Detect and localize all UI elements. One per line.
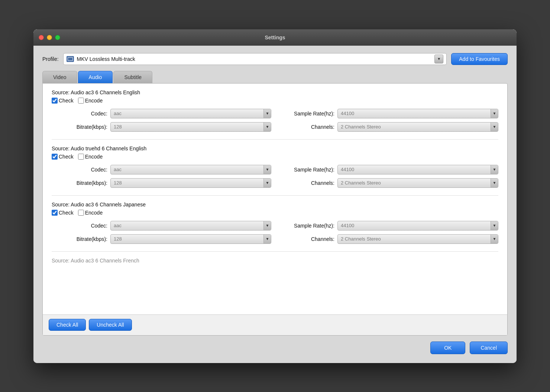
codec-field-2: Codec: aac ▼ bbox=[59, 165, 271, 174]
ok-button[interactable]: OK bbox=[430, 342, 465, 354]
minimize-button[interactable] bbox=[47, 35, 52, 40]
chevron-down-icon: ▼ bbox=[266, 125, 269, 129]
encode-label-1[interactable]: Encode bbox=[78, 98, 103, 104]
maximize-button[interactable] bbox=[55, 35, 60, 40]
channels-select-3[interactable]: 2 Channels Stereo ▼ bbox=[337, 234, 498, 244]
sample-rate-value-1: 44100 bbox=[338, 111, 491, 116]
chevron-down-icon: ▼ bbox=[266, 181, 269, 185]
uncheck-all-button[interactable]: Uncheck All bbox=[89, 319, 132, 331]
bitrate-select-1[interactable]: 128 ▼ bbox=[110, 122, 271, 132]
codec-dropdown-arrow-2[interactable]: ▼ bbox=[263, 165, 271, 174]
bitrate-label-3: Bitrate(kbps): bbox=[59, 236, 107, 242]
sample-rate-select-1[interactable]: 44100 ▼ bbox=[337, 109, 498, 118]
sample-rate-field-3: Sample Rate(hz): 44100 ▼ bbox=[286, 221, 498, 231]
settings-window: Settings Profile: MKV Lossless Multi-tra… bbox=[33, 29, 517, 363]
partial-source-title: Source: Audio ac3 6 Channels French bbox=[52, 258, 498, 264]
cancel-button[interactable]: Cancel bbox=[470, 342, 508, 354]
encode-label-3[interactable]: Encode bbox=[78, 210, 103, 216]
channels-field-2: Channels: 2 Channels Stereo ▼ bbox=[286, 178, 498, 188]
bitrate-dropdown-arrow-1[interactable]: ▼ bbox=[263, 122, 271, 131]
bitrate-dropdown-arrow-2[interactable]: ▼ bbox=[263, 179, 271, 187]
codec-select-3[interactable]: aac ▼ bbox=[110, 221, 271, 231]
codec-field-1: Codec: aac ▼ bbox=[59, 109, 271, 118]
tab-audio[interactable]: Audio bbox=[78, 71, 113, 83]
chevron-down-icon: ▼ bbox=[493, 167, 496, 172]
chevron-down-icon: ▼ bbox=[493, 111, 496, 115]
bitrate-value-3: 128 bbox=[111, 236, 263, 242]
sample-rate-dropdown-arrow-1[interactable]: ▼ bbox=[491, 109, 498, 118]
check-all-button[interactable]: Check All bbox=[49, 319, 86, 331]
sample-rate-field-1: Sample Rate(hz): 44100 ▼ bbox=[286, 109, 498, 118]
sample-rate-select-2[interactable]: 44100 ▼ bbox=[337, 165, 498, 174]
tab-subtitle[interactable]: Subtitle bbox=[113, 71, 152, 83]
sample-rate-dropdown-arrow-2[interactable]: ▼ bbox=[491, 165, 498, 174]
check-label-3[interactable]: Check bbox=[52, 210, 74, 216]
channels-field-3: Channels: 2 Channels Stereo ▼ bbox=[286, 234, 498, 244]
check-label-1[interactable]: Check bbox=[52, 98, 74, 104]
chevron-down-icon: ▼ bbox=[437, 57, 441, 61]
channels-value-3: 2 Channels Stereo bbox=[338, 236, 491, 242]
scrollable-area[interactable]: Source: Audio ac3 6 Channels English Che… bbox=[43, 84, 507, 314]
profile-icon-inner bbox=[68, 57, 73, 61]
bitrate-label-2: Bitrate(kbps): bbox=[59, 180, 107, 186]
bitrate-dropdown-arrow-3[interactable]: ▼ bbox=[263, 235, 271, 244]
bitrate-select-3[interactable]: 128 ▼ bbox=[110, 234, 271, 244]
profile-row: Profile: MKV Lossless Multi-track ▼ Add … bbox=[42, 53, 508, 65]
codec-field-3: Codec: aac ▼ bbox=[59, 221, 271, 231]
codec-label-3: Codec: bbox=[59, 223, 107, 229]
sample-rate-label-1: Sample Rate(hz): bbox=[286, 111, 334, 117]
sample-rate-dropdown-arrow-3[interactable]: ▼ bbox=[491, 221, 498, 230]
chevron-down-icon: ▼ bbox=[493, 223, 496, 228]
audio-source-block-1: Source: Audio ac3 6 Channels English Che… bbox=[52, 89, 498, 132]
encode-checkbox-2[interactable] bbox=[78, 154, 84, 160]
titlebar-buttons bbox=[39, 35, 60, 40]
profile-select-text: MKV Lossless Multi-track bbox=[77, 56, 432, 62]
codec-value-2: aac bbox=[111, 167, 263, 172]
chevron-down-icon: ▼ bbox=[493, 237, 496, 241]
footer: OK Cancel bbox=[42, 342, 508, 354]
channels-label-1: Channels: bbox=[286, 124, 334, 130]
bitrate-field-3: Bitrate(kbps): 128 ▼ bbox=[59, 234, 271, 244]
content-panel: Source: Audio ac3 6 Channels English Che… bbox=[42, 83, 508, 336]
divider-1 bbox=[52, 139, 498, 140]
sample-rate-select-3[interactable]: 44100 ▼ bbox=[337, 221, 498, 231]
channels-dropdown-arrow-1[interactable]: ▼ bbox=[491, 122, 498, 131]
check-label-2[interactable]: Check bbox=[52, 154, 74, 160]
encode-checkbox-3[interactable] bbox=[78, 210, 84, 216]
chevron-down-icon: ▼ bbox=[266, 223, 269, 228]
titlebar: Settings bbox=[33, 29, 517, 46]
divider-3 bbox=[52, 251, 498, 252]
channels-value-1: 2 Channels Stereo bbox=[338, 124, 491, 130]
profile-select[interactable]: MKV Lossless Multi-track ▼ bbox=[63, 53, 447, 65]
encode-checkbox-1[interactable] bbox=[78, 98, 84, 104]
profile-label: Profile: bbox=[42, 56, 59, 62]
check-encode-row-1: Check Encode bbox=[52, 98, 498, 104]
codec-select-2[interactable]: aac ▼ bbox=[110, 165, 271, 174]
profile-dropdown-arrow[interactable]: ▼ bbox=[434, 55, 443, 63]
close-button[interactable] bbox=[39, 35, 44, 40]
bitrate-field-2: Bitrate(kbps): 128 ▼ bbox=[59, 178, 271, 188]
bitrate-select-2[interactable]: 128 ▼ bbox=[110, 178, 271, 188]
chevron-down-icon: ▼ bbox=[266, 167, 269, 172]
window-title: Settings bbox=[265, 35, 285, 40]
add-to-favourites-button[interactable]: Add to Favourites bbox=[451, 53, 508, 65]
channels-label-2: Channels: bbox=[286, 180, 334, 186]
window-body: Profile: MKV Lossless Multi-track ▼ Add … bbox=[33, 46, 517, 363]
tab-video[interactable]: Video bbox=[42, 71, 77, 83]
channels-value-2: 2 Channels Stereo bbox=[338, 180, 491, 186]
codec-label-1: Codec: bbox=[59, 111, 107, 117]
encode-label-2[interactable]: Encode bbox=[78, 154, 103, 160]
form-grid-2: Codec: aac ▼ Sample Rate(hz): 4 bbox=[52, 165, 498, 188]
codec-dropdown-arrow-1[interactable]: ▼ bbox=[263, 109, 271, 118]
source-title-1: Source: Audio ac3 6 Channels English bbox=[52, 89, 498, 95]
bitrate-label-1: Bitrate(kbps): bbox=[59, 124, 107, 130]
codec-select-1[interactable]: aac ▼ bbox=[110, 109, 271, 118]
check-checkbox-1[interactable] bbox=[52, 98, 58, 104]
channels-dropdown-arrow-3[interactable]: ▼ bbox=[491, 235, 498, 244]
codec-dropdown-arrow-3[interactable]: ▼ bbox=[263, 221, 271, 230]
channels-select-2[interactable]: 2 Channels Stereo ▼ bbox=[337, 178, 498, 188]
check-checkbox-2[interactable] bbox=[52, 154, 58, 160]
channels-dropdown-arrow-2[interactable]: ▼ bbox=[491, 179, 498, 187]
check-checkbox-3[interactable] bbox=[52, 210, 58, 216]
channels-select-1[interactable]: 2 Channels Stereo ▼ bbox=[337, 122, 498, 132]
